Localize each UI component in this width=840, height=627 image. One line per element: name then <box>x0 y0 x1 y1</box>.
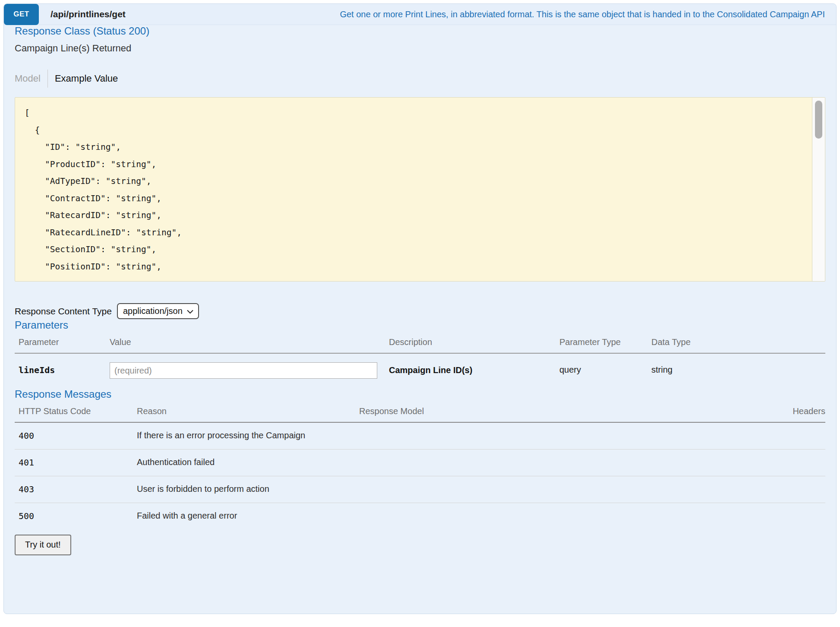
response-message-row: 500 Failed with a general error <box>15 503 825 529</box>
response-content-type-label: Response Content Type <box>15 306 112 317</box>
response-model-cell <box>359 476 769 503</box>
response-content-type-select[interactable]: application/json <box>117 303 199 319</box>
parameter-row: lineIds Campaign Line ID(s) query string <box>15 354 825 388</box>
headers-cell <box>769 476 825 503</box>
code-scrollbar-track[interactable] <box>812 98 825 281</box>
response-message-row: 403 User is forbidden to perform action <box>15 476 825 503</box>
parameter-value-input[interactable] <box>110 362 377 379</box>
chevron-down-icon <box>187 310 193 314</box>
endpoint-path[interactable]: /api/printlines/get <box>51 9 126 19</box>
response-messages-table-header: HTTP Status Code Reason Response Model H… <box>15 400 825 423</box>
parameter-description: Campaign Line ID(s) <box>389 354 559 388</box>
example-json[interactable]: [ { "ID": "string", "ProductID": "string… <box>15 98 825 281</box>
response-class-tabs: Model Example Value <box>15 70 825 88</box>
response-messages-heading: Response Messages <box>15 388 825 400</box>
operation-panel: GET /api/printlines/get Get one or more … <box>3 3 837 614</box>
status-code: 403 <box>15 476 137 503</box>
response-message-row: 401 Authentication failed <box>15 450 825 476</box>
endpoint-summary[interactable]: Get one or more Print Lines, in abbrevia… <box>340 10 825 19</box>
response-class-description: Campaign Line(s) Returned <box>15 43 825 54</box>
parameter-name: lineIds <box>15 354 110 388</box>
response-model-cell <box>359 450 769 476</box>
col-response-model: Response Model <box>359 400 769 422</box>
col-data-type: Data Type <box>651 331 825 353</box>
parameter-type: query <box>559 354 651 388</box>
status-code: 500 <box>15 503 137 529</box>
operation-content: Response Class (Status 200) Campaign Lin… <box>4 25 836 555</box>
response-model-cell <box>359 503 769 529</box>
status-reason: If there is an error processing the Camp… <box>137 423 359 450</box>
response-content-type-row: Response Content Type application/json <box>15 303 825 319</box>
col-description: Description <box>389 331 559 353</box>
tab-model[interactable]: Model <box>15 73 47 84</box>
code-scrollbar-thumb[interactable] <box>815 101 822 139</box>
http-method-badge[interactable]: GET <box>4 4 39 25</box>
response-class-heading: Response Class (Status 200) <box>15 25 825 37</box>
col-headers: Headers <box>769 400 825 422</box>
status-reason: Failed with a general error <box>137 503 359 529</box>
col-parameter: Parameter <box>15 331 110 353</box>
parameters-table-header: Parameter Value Description Parameter Ty… <box>15 331 825 354</box>
col-reason: Reason <box>137 400 359 422</box>
col-value: Value <box>110 331 389 353</box>
status-code: 400 <box>15 423 137 450</box>
example-value-code-block: [ { "ID": "string", "ProductID": "string… <box>15 97 825 282</box>
operation-header: GET /api/printlines/get Get one or more … <box>4 4 836 25</box>
response-content-type-value: application/json <box>123 306 183 316</box>
tab-example-value[interactable]: Example Value <box>48 73 118 84</box>
status-reason: Authentication failed <box>137 450 359 476</box>
headers-cell <box>769 450 825 476</box>
col-http-status-code: HTTP Status Code <box>15 400 137 422</box>
response-model-cell <box>359 423 769 450</box>
try-it-out-button[interactable]: Try it out! <box>15 535 71 555</box>
response-message-row: 400 If there is an error processing the … <box>15 423 825 450</box>
parameter-data-type: string <box>651 354 825 388</box>
status-code: 401 <box>15 450 137 476</box>
status-reason: User is forbidden to perform action <box>137 476 359 503</box>
headers-cell <box>769 423 825 450</box>
parameters-heading: Parameters <box>15 319 825 331</box>
headers-cell <box>769 503 825 529</box>
col-parameter-type: Parameter Type <box>559 331 651 353</box>
